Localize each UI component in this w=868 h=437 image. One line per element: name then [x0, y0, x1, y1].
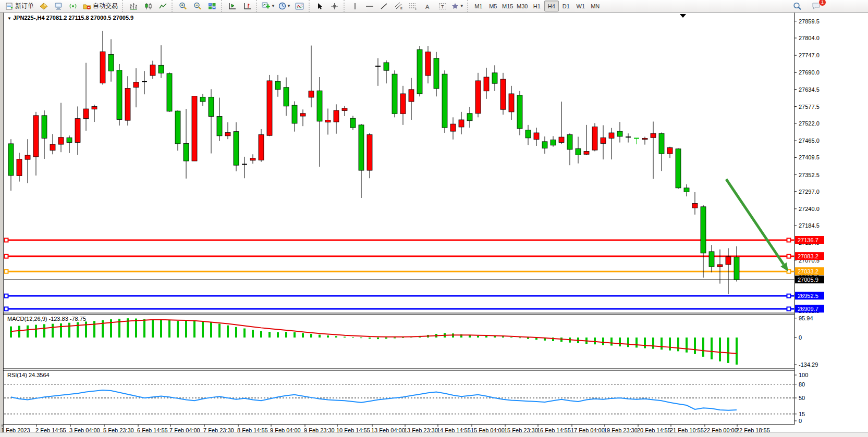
chart-shift-button[interactable] [240, 1, 254, 12]
clock-icon [278, 2, 286, 10]
macd-histogram-bar [402, 338, 404, 338]
fibonacci-tool[interactable]: F [406, 1, 421, 12]
rsi-label: RSI(14) 24.3564 [7, 372, 50, 378]
new-order-button[interactable]: 新订单 [3, 1, 36, 12]
macd-tick-label: 95.94 [799, 315, 813, 321]
trendline-icon [380, 3, 388, 10]
macd-histogram-bar [702, 338, 704, 357]
terminal-button[interactable] [51, 1, 66, 12]
macd-histogram-bar [252, 330, 254, 338]
macd-histogram-bar [719, 338, 721, 361]
resistance-1-handle[interactable] [5, 239, 8, 242]
text-label-tool[interactable]: T [435, 1, 450, 12]
candle-body [651, 133, 656, 138]
vertical-line-icon [352, 3, 358, 10]
timeframe-h4[interactable]: H4 [544, 1, 559, 11]
search-button[interactable] [790, 1, 804, 12]
notifications-button[interactable]: 1 [809, 1, 823, 12]
collapse-caret-icon[interactable]: ▼ [7, 16, 11, 21]
text-tool[interactable]: A [421, 1, 435, 12]
line-chart-button[interactable] [155, 1, 170, 12]
timeframe-w1[interactable]: W1 [573, 1, 588, 11]
time-tick-label: 9 Feb 23:30 [304, 427, 335, 432]
macd-tick-label: 0 [799, 334, 802, 341]
timeframe-m1[interactable]: M1 [471, 1, 486, 11]
signals-button[interactable] [66, 1, 80, 12]
indicators-caret: ▼ [271, 4, 275, 8]
shapes-icon [451, 3, 459, 10]
support-1-handle[interactable] [5, 294, 8, 298]
trend-arrow[interactable] [726, 179, 784, 265]
channel-tool[interactable]: E [392, 1, 406, 12]
rsi-tick-label: 0 [799, 418, 802, 424]
price-tick-label: 27465.0 [799, 138, 820, 144]
timeframe-m30[interactable]: M30 [515, 1, 530, 11]
candle-body [684, 188, 689, 192]
autotrading-button[interactable]: 自动交易 [80, 1, 120, 12]
vertical-line-tool[interactable] [348, 1, 362, 12]
bar-chart-button[interactable] [126, 1, 141, 12]
indicators-button[interactable]: ▼ [260, 1, 277, 12]
candle-body [484, 77, 489, 91]
timeframe-m15[interactable]: M15 [500, 1, 515, 11]
candlestick-chart-button[interactable] [141, 1, 155, 12]
price-axis[interactable]: 27859.527804.027747.027690.027634.527577… [794, 18, 824, 314]
timeframe-d1[interactable]: D1 [559, 1, 573, 11]
candle-body [667, 147, 673, 154]
timeframe-h1[interactable]: H1 [530, 1, 544, 11]
chart-shift-icon [243, 3, 251, 10]
price-tick-label: 27240.0 [799, 206, 820, 212]
macd-histogram-bar [168, 320, 170, 338]
time-axis[interactable]: 1 Feb 20232 Feb 14:553 Feb 04:005 Feb 23… [1, 424, 770, 432]
support-1-handle[interactable] [787, 294, 791, 298]
candle-body [551, 140, 556, 145]
macd-histogram-bar [310, 334, 312, 338]
trendline-tool[interactable] [377, 1, 392, 12]
candle-body [58, 138, 64, 144]
pivot-line-handle[interactable] [5, 270, 8, 273]
time-tick-label: 3 Feb 04:00 [69, 427, 100, 432]
chart-shift-marker[interactable] [680, 14, 686, 18]
cursor-button[interactable] [313, 1, 327, 12]
chart-title: ▼ JPN225-,H4 27081.2 27115.8 27000.5 270… [7, 15, 133, 21]
periods-button[interactable]: ▼ [277, 1, 292, 12]
candle-body [392, 74, 397, 114]
candle-body [83, 109, 89, 119]
market-watch-button[interactable] [36, 1, 51, 12]
crosshair-button[interactable] [327, 1, 342, 12]
timeframe-m5[interactable]: M5 [486, 1, 500, 11]
price-badge-label: 26952.5 [798, 293, 818, 299]
templates-button[interactable] [292, 1, 307, 12]
candle-body [559, 137, 564, 142]
candle-body [125, 89, 130, 121]
search-icon [793, 2, 802, 10]
support-2-handle[interactable] [787, 307, 791, 311]
resistance-2-handle[interactable] [5, 255, 8, 258]
macd-histogram-bar [527, 338, 529, 339]
horizontal-line-tool[interactable] [362, 1, 377, 12]
periods-caret: ▼ [287, 4, 291, 8]
candle-body [434, 58, 439, 89]
timeframe-mn[interactable]: MN [588, 1, 603, 11]
symbol-period: JPN225-,H4 [13, 15, 45, 21]
macd-histogram-bar [669, 338, 671, 351]
price-chart-canvas[interactable]: 27859.527804.027747.027690.027634.527577… [0, 13, 868, 432]
zoom-out-button[interactable] [190, 1, 205, 12]
templates-icon [295, 3, 304, 10]
price-tick-label: 27577.5 [799, 104, 820, 110]
candle-body [150, 65, 155, 76]
auto-scroll-button[interactable] [225, 1, 240, 12]
macd-histogram-bar [694, 338, 696, 354]
candle-body [217, 117, 222, 136]
macd-histogram-bar [610, 338, 613, 346]
zoom-in-button[interactable] [176, 1, 190, 12]
macd-histogram-bar [52, 324, 54, 338]
candle-body [67, 138, 72, 142]
resistance-1-handle[interactable] [787, 239, 791, 242]
tile-windows-button[interactable] [205, 1, 219, 12]
resistance-2-handle[interactable] [787, 255, 791, 258]
macd-tick-label: -134.29 [799, 361, 818, 368]
terminal-icon [54, 3, 63, 10]
support-2-handle[interactable] [5, 307, 8, 311]
arrows-tool[interactable]: ▼ [450, 1, 466, 12]
